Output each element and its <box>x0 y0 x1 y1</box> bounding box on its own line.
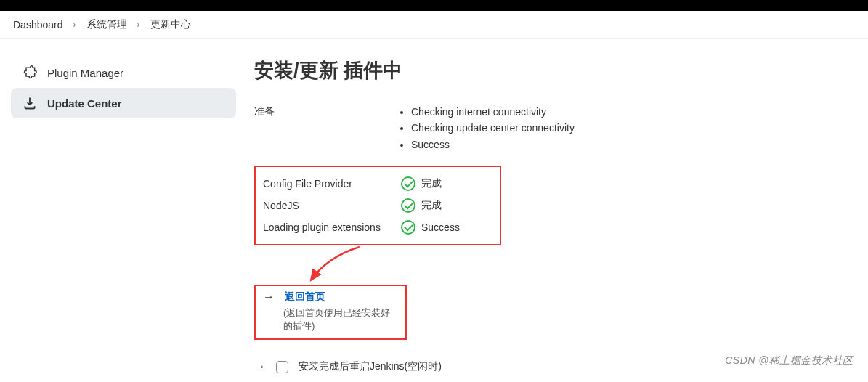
chevron-right-icon: › <box>73 20 76 30</box>
plugin-name: NodeJS <box>263 200 401 211</box>
plugin-name: Loading plugin extensions <box>263 222 401 233</box>
sidebar-item-label: Plugin Manager <box>47 67 123 79</box>
plugin-status-table: Config File Provider 完成 NodeJS 完成 Loadin… <box>254 166 501 245</box>
check-circle-icon <box>401 176 415 191</box>
arrow-right-icon: → <box>263 290 275 304</box>
puzzle-icon <box>23 65 37 80</box>
restart-label: 安装完成后重启Jenkins(空闲时) <box>299 360 442 373</box>
plugin-status: Success <box>421 222 460 233</box>
watermark: CSDN @稀土掘金技术社区 <box>725 354 853 367</box>
breadcrumb-item[interactable]: 更新中心 <box>150 18 191 31</box>
breadcrumb-item[interactable]: Dashboard <box>13 19 63 31</box>
plugin-status: 完成 <box>421 177 442 190</box>
restart-checkbox[interactable] <box>276 361 288 373</box>
breadcrumb: Dashboard › 系统管理 › 更新中心 <box>0 11 868 39</box>
prepare-item: Checking update center connectivity <box>411 120 575 136</box>
main-content: 安装/更新 插件中 准备 Checking internet connectiv… <box>247 39 868 382</box>
sidebar: Plugin Manager Update Center <box>0 39 247 382</box>
back-hint: (返回首页使用已经安装好的插件) <box>283 306 398 333</box>
page-title: 安装/更新 插件中 <box>254 57 861 84</box>
plugin-name: Config File Provider <box>263 178 401 190</box>
download-icon <box>23 96 37 110</box>
top-header-bar <box>0 0 868 11</box>
table-row: NodeJS 完成 <box>263 195 492 216</box>
sidebar-item-plugin-manager[interactable]: Plugin Manager <box>11 57 236 88</box>
chevron-right-icon: › <box>137 20 140 30</box>
back-link-box: → 返回首页 (返回首页使用已经安装好的插件) <box>254 285 407 340</box>
prepare-item: Success <box>411 137 575 153</box>
breadcrumb-item[interactable]: 系统管理 <box>86 18 127 31</box>
annotation-arrow <box>305 253 861 285</box>
prepare-list: Checking internet connectivity Checking … <box>398 104 575 153</box>
arrow-right-icon: → <box>254 360 266 373</box>
sidebar-item-update-center[interactable]: Update Center <box>11 88 236 118</box>
prepare-label: 准备 <box>254 104 275 118</box>
plugin-status: 完成 <box>421 199 442 212</box>
prepare-item: Checking internet connectivity <box>411 104 575 120</box>
table-row: Loading plugin extensions Success <box>263 216 492 238</box>
sidebar-item-label: Update Center <box>47 97 122 110</box>
check-circle-icon <box>401 220 415 235</box>
back-to-home-link[interactable]: 返回首页 <box>285 290 325 304</box>
check-circle-icon <box>401 198 415 213</box>
table-row: Config File Provider 完成 <box>263 173 492 195</box>
